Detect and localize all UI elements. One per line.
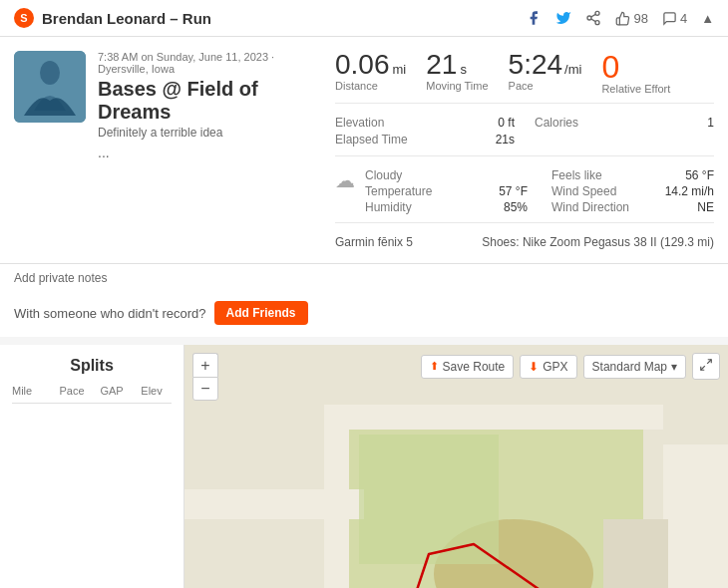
svg-rect-15 [324, 405, 349, 588]
map-toolbar: ⬆ Save Route ⬇ GPX Standard Map ▾ [421, 353, 720, 380]
calories-value: 1 [707, 116, 714, 130]
splits-header: Mile Pace GAP Elev [12, 385, 172, 404]
facebook-share-button[interactable] [526, 10, 542, 26]
feels-like-label: Feels like [551, 168, 602, 182]
svg-point-6 [40, 61, 60, 85]
splits-title: Splits [12, 357, 172, 375]
pace-unit: /mi [564, 62, 581, 77]
condition-label: Cloudy [365, 168, 402, 182]
activity-left: 7:38 AM on Sunday, June 11, 2023 · Dyers… [14, 51, 319, 249]
distance-label: Distance [335, 80, 406, 92]
svg-rect-17 [359, 435, 499, 564]
activity-info: 7:38 AM on Sunday, June 11, 2023 · Dyers… [98, 51, 319, 249]
moving-time-value: 21 [426, 51, 457, 79]
wind-direction-value: NE [697, 200, 714, 214]
relative-effort-label: Relative Effort [601, 83, 670, 95]
calories-row: Calories 1 [535, 116, 714, 130]
moving-time-label: Moving Time [426, 80, 488, 92]
add-notes-button[interactable]: Add private notes [14, 271, 107, 285]
svg-line-3 [591, 19, 596, 22]
add-friends-button[interactable]: Add Friends [214, 301, 308, 325]
cloud-icon: ☁ [335, 168, 355, 192]
standard-map-button[interactable]: Standard Map ▾ [583, 355, 686, 379]
stats-mid-left: Elevation 0 ft Elapsed Time 21s [335, 116, 515, 149]
expand-map-button[interactable] [692, 353, 720, 380]
comments-button[interactable]: 4 [662, 11, 687, 26]
wind-direction-row: Wind Direction NE [551, 200, 714, 214]
splits-panel: Splits Mile Pace GAP Elev [0, 345, 184, 588]
svg-rect-13 [663, 444, 728, 588]
temperature-row: Temperature 57 °F [365, 184, 528, 198]
moving-time-stat: 21 s Moving Time [426, 51, 488, 95]
pace-stat: 5:24 /mi Pace [509, 51, 582, 95]
kudos-count: 98 [633, 11, 647, 26]
private-notes-section: Add private notes [0, 264, 728, 293]
wind-speed-row: Wind Speed 14.2 mi/h [551, 184, 714, 198]
page-title: Brendan Leonard – Run [42, 10, 211, 27]
stats-section: 0.06 mi Distance 21 s Moving Time 5:24 /… [335, 51, 714, 249]
map-section: + − ⬆ Save Route ⬇ GPX Standard Map ▾ [184, 345, 728, 588]
svg-point-2 [595, 21, 599, 25]
humidity-value: 85% [504, 200, 528, 214]
humidity-row: Humidity 85% [365, 200, 528, 214]
svg-line-4 [591, 14, 596, 17]
zoom-out-button[interactable]: − [192, 377, 218, 401]
pace-value: 5:24 [509, 51, 563, 79]
wind-speed-label: Wind Speed [551, 184, 616, 198]
elevation-label: Elevation [335, 116, 384, 130]
stats-mid: Elevation 0 ft Elapsed Time 21s Calories… [335, 110, 714, 156]
distance-stat: 0.06 mi Distance [335, 51, 406, 95]
chevron-down-icon: ▾ [671, 360, 677, 374]
with-friends-section: With someone who didn't record? Add Frie… [0, 293, 728, 345]
svg-point-0 [595, 11, 599, 15]
save-route-icon: ⬆ [430, 360, 439, 373]
shoes-label: Shoes: Nike Zoom Pegasus 38 II (129.3 mi… [482, 235, 714, 249]
comments-count: 4 [680, 11, 687, 26]
svg-rect-16 [603, 519, 668, 588]
expand-button[interactable]: ▲ [701, 11, 714, 26]
map-zoom-controls: + − [192, 353, 218, 401]
svg-line-7 [707, 360, 711, 364]
gear-row: Garmin fēnix 5 Shoes: Nike Zoom Pegasus … [335, 229, 714, 249]
elapsed-time-label: Elapsed Time [335, 133, 408, 147]
splits-col-gap: GAP [92, 385, 132, 397]
more-options-button[interactable]: ··· [98, 147, 319, 163]
svg-rect-14 [324, 405, 663, 430]
relative-effort-stat: 0 Relative Effort [601, 51, 670, 95]
condition-row: Cloudy [365, 168, 528, 182]
activity-content: 7:38 AM on Sunday, June 11, 2023 · Dyers… [0, 37, 728, 264]
standard-map-label: Standard Map [592, 360, 667, 374]
save-route-button[interactable]: ⬆ Save Route [421, 355, 515, 379]
activity-subtitle: Definitely a terrible idea [98, 126, 319, 140]
device-label: Garmin fēnix 5 [335, 235, 413, 249]
zoom-in-button[interactable]: + [192, 353, 218, 377]
top-bar-actions: 98 4 ▲ [526, 10, 714, 26]
svg-point-1 [587, 16, 591, 20]
weather-left: Cloudy Temperature 57 °F Humidity 85% [365, 168, 528, 216]
wind-direction-label: Wind Direction [551, 200, 629, 214]
activity-title: Bases @ Field of Dreams [98, 78, 319, 124]
pace-label: Pace [509, 80, 582, 92]
gpx-icon: ⬇ [529, 360, 539, 374]
temperature-value: 57 °F [499, 184, 528, 198]
elevation-row: Elevation 0 ft [335, 116, 515, 130]
temperature-label: Temperature [365, 184, 432, 198]
top-bar: S Brendan Leonard – Run 98 4 ▲ [0, 0, 728, 37]
moving-time-unit: s [460, 62, 467, 77]
svg-line-8 [701, 366, 705, 370]
elapsed-time-value: 21s [496, 133, 515, 147]
calories-label: Calories [535, 116, 578, 130]
activity-meta: 7:38 AM on Sunday, June 11, 2023 · Dyers… [98, 51, 319, 75]
elapsed-time-row: Elapsed Time 21s [335, 133, 515, 147]
humidity-label: Humidity [365, 200, 412, 214]
share-button[interactable] [585, 10, 601, 26]
gpx-button[interactable]: ⬇ GPX [520, 355, 576, 379]
gpx-label: GPX [543, 360, 567, 374]
relative-effort-value: 0 [601, 51, 670, 83]
strava-logo: S [14, 8, 34, 28]
top-bar-left: S Brendan Leonard – Run [14, 8, 211, 28]
splits-col-mile: Mile [12, 385, 52, 397]
kudos-button[interactable]: 98 [615, 11, 647, 26]
twitter-share-button[interactable] [555, 10, 571, 26]
with-friends-label: With someone who didn't record? [14, 306, 206, 321]
